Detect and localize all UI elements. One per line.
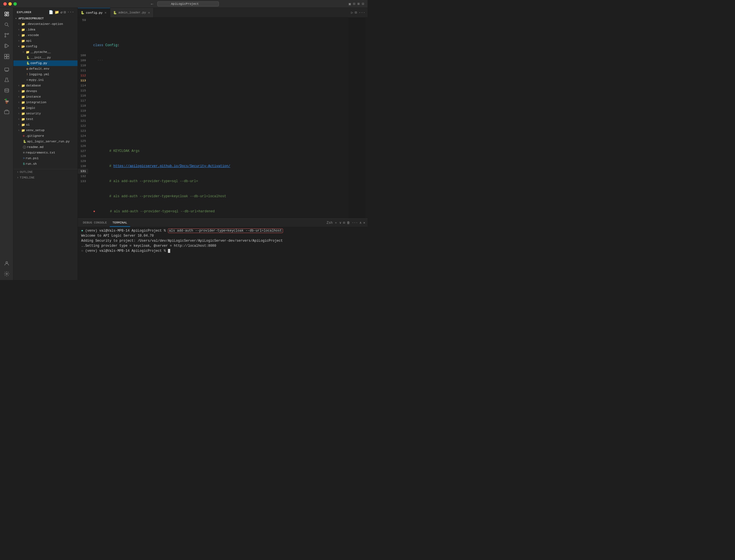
terminal-line-4: ..Setting provider type = keycloak, @ser… bbox=[81, 243, 364, 248]
sidebar-header: EXPLORER 📄 📁 ↺ ⊟ ··· bbox=[13, 8, 77, 16]
sidebar-item-idea[interactable]: › 📁 .idea bbox=[13, 27, 77, 32]
activity-database[interactable] bbox=[2, 86, 12, 96]
maximize-button[interactable] bbox=[13, 2, 17, 6]
sidebar-item-security[interactable]: › 📁 security bbox=[13, 111, 77, 116]
split-terminal-icon[interactable]: ⊟ bbox=[343, 221, 345, 225]
activity-accounts[interactable] bbox=[2, 258, 12, 268]
sidebar-item-devops[interactable]: › 📁 devops bbox=[13, 88, 77, 94]
chevron-right-icon: › bbox=[17, 170, 19, 174]
back-button[interactable]: ← bbox=[149, 1, 156, 7]
activity-extensions[interactable] bbox=[2, 51, 12, 62]
sidebar-item-pycache[interactable]: › 📁 __pycache__ bbox=[13, 49, 77, 55]
lines-icon: ≡ bbox=[26, 78, 28, 82]
trash-icon[interactable]: 🗑 bbox=[347, 221, 350, 225]
chevron-right-icon: › bbox=[18, 107, 21, 110]
sidebar-project-root[interactable]: ▾ APILOGICPROJECT bbox=[13, 16, 77, 21]
code-line-112: ● # als add-auth --provider-type=sql --d… bbox=[93, 209, 346, 214]
sidebar-item-label: logic bbox=[26, 106, 35, 110]
timeline-section[interactable]: › TIMELINE bbox=[13, 175, 77, 180]
split-icon[interactable]: ⊟ bbox=[355, 10, 357, 15]
sidebar-item-default-env[interactable]: › ⚙ default.env bbox=[13, 66, 77, 72]
close-panel-icon[interactable]: ✕ bbox=[363, 221, 365, 225]
collapse-icon[interactable]: ⊟ bbox=[64, 10, 66, 15]
sidebar-item-readme[interactable]: › ⓘ readme.md bbox=[13, 144, 77, 150]
chevron-right-icon: › bbox=[18, 84, 21, 87]
sidebar-item-label: security bbox=[26, 112, 41, 115]
new-file-icon[interactable]: 📄 bbox=[49, 10, 53, 15]
sidebar-item-label: test bbox=[26, 117, 33, 121]
editor-content[interactable]: 59 108 109 110 111 112 113 114 115 116 bbox=[78, 18, 368, 218]
activity-container[interactable] bbox=[2, 107, 12, 117]
sidebar-item-mypy-ini[interactable]: › ≡ mypy.ini bbox=[13, 77, 77, 83]
sidebar-item-database[interactable]: › 📁 database bbox=[13, 83, 77, 88]
sidebar-header-icons: 📄 📁 ↺ ⊟ ··· bbox=[49, 10, 74, 15]
sidebar-item-init-py[interactable]: › 🐍 __init__.py bbox=[13, 55, 77, 60]
outline-section[interactable]: › OUTLINE bbox=[13, 169, 77, 175]
terminal-dot: ● bbox=[81, 229, 83, 233]
chevron-right-icon: › bbox=[22, 51, 25, 54]
code-area[interactable]: class Config: ··· # KEYCLOAK Args # http… bbox=[90, 18, 348, 218]
folder-icon: 📁 bbox=[21, 95, 25, 99]
activity-run[interactable] bbox=[2, 41, 12, 51]
sidebar-item-api[interactable]: › 📁 api bbox=[13, 38, 77, 44]
sidebar-item-run-sh[interactable]: › $ run.sh bbox=[13, 161, 77, 167]
sidebar-item-logging-yml[interactable]: › ! logging.yml bbox=[13, 72, 77, 77]
run-icon[interactable]: ▷ bbox=[351, 10, 353, 15]
terminal-content[interactable]: ● (venv) val@Vals-MPB-14 ApiLogicProject… bbox=[78, 227, 368, 280]
more-icon[interactable]: ··· bbox=[359, 11, 365, 15]
sidebar-item-gitignore[interactable]: › ⚙ .gitignore bbox=[13, 133, 77, 139]
tab-terminal[interactable]: TERMINAL bbox=[110, 219, 130, 227]
activity-duck[interactable]: 🦆 bbox=[2, 96, 12, 106]
tab-close-button[interactable]: ✕ bbox=[147, 11, 151, 15]
tab-debug-console[interactable]: DEBUG CONSOLE bbox=[80, 219, 110, 227]
chevron-right-icon: › bbox=[18, 39, 21, 43]
sidebar-item-logic[interactable]: › 📁 logic bbox=[13, 105, 77, 111]
close-button[interactable] bbox=[3, 2, 7, 6]
chevron-down-icon[interactable]: ∨ bbox=[339, 221, 341, 225]
activity-settings[interactable] bbox=[2, 269, 12, 279]
sidebar-item-config-py[interactable]: › 🐍 config.py bbox=[13, 60, 77, 66]
minimize-button[interactable] bbox=[8, 2, 12, 6]
activity-search[interactable] bbox=[2, 20, 12, 30]
layout-icon-2[interactable]: ⊟ bbox=[353, 2, 355, 6]
sidebar-item-test[interactable]: › 📁 test bbox=[13, 116, 77, 122]
tab-config-py[interactable]: 🐍 config.py ✕ bbox=[78, 8, 110, 17]
code-line-empty2 bbox=[93, 88, 346, 93]
sidebar-item-venv-setup[interactable]: › 📁 venv_setup bbox=[13, 128, 77, 133]
sidebar-item-vscode[interactable]: › 📁 .vscode bbox=[13, 32, 77, 38]
activity-flask[interactable] bbox=[2, 75, 12, 85]
sidebar-item-requirements[interactable]: › ≡ requirements.txt bbox=[13, 150, 77, 156]
terminal-line-2: Welcome to API Logic Server 10.04.70 bbox=[81, 233, 364, 238]
more-terminal-icon[interactable]: ··· bbox=[352, 221, 358, 225]
sidebar-item-label: run.sh bbox=[26, 162, 37, 166]
layout-icon-3[interactable]: ⊠ bbox=[357, 2, 359, 6]
sidebar-item-run-ps1[interactable]: › > run.ps1 bbox=[13, 156, 77, 161]
vertical-scrollbar[interactable] bbox=[365, 18, 368, 218]
tab-admin-loader[interactable]: 🐍 admin_loader.py ✕ bbox=[110, 8, 154, 17]
chevron-right-icon: › bbox=[18, 112, 21, 115]
chevron-up-icon[interactable]: ∧ bbox=[359, 221, 361, 225]
tab-close-button[interactable]: ✕ bbox=[104, 11, 107, 15]
sidebar-item-instance[interactable]: › 📁 instance bbox=[13, 94, 77, 100]
sidebar-item-label: run.ps1 bbox=[26, 157, 39, 160]
activity-explorer[interactable] bbox=[2, 9, 12, 19]
info-icon: ⓘ bbox=[23, 145, 26, 149]
layout-icon-4[interactable]: ⊡ bbox=[362, 2, 364, 6]
tab-right-actions: ▷ ⊟ ··· bbox=[349, 8, 368, 17]
activity-source-control[interactable] bbox=[2, 30, 12, 40]
new-folder-icon[interactable]: 📁 bbox=[55, 10, 59, 15]
search-bar[interactable]: ApiLogicProject bbox=[157, 1, 219, 6]
svg-rect-15 bbox=[5, 68, 9, 71]
sidebar-item-ui[interactable]: › 📁 ui bbox=[13, 122, 77, 128]
add-terminal-icon[interactable]: ＋ bbox=[334, 220, 337, 225]
activity-remote[interactable] bbox=[2, 64, 12, 74]
layout-icon-1[interactable]: ▣ bbox=[349, 2, 351, 6]
file-py-icon: 🐍 bbox=[23, 140, 26, 143]
sidebar-item-devcontainer[interactable]: › 📁 .devcontainer-option bbox=[13, 21, 77, 27]
more-icon[interactable]: ··· bbox=[67, 10, 74, 15]
sidebar-item-integration[interactable]: › 📁 integration bbox=[13, 100, 77, 105]
refresh-icon[interactable]: ↺ bbox=[60, 10, 62, 15]
sidebar-item-label: logging.yml bbox=[29, 73, 50, 76]
sidebar-item-config[interactable]: ▾ 📂 config bbox=[13, 44, 77, 49]
sidebar-item-run-py[interactable]: › 🐍 api_logic_server_run.py bbox=[13, 139, 77, 144]
